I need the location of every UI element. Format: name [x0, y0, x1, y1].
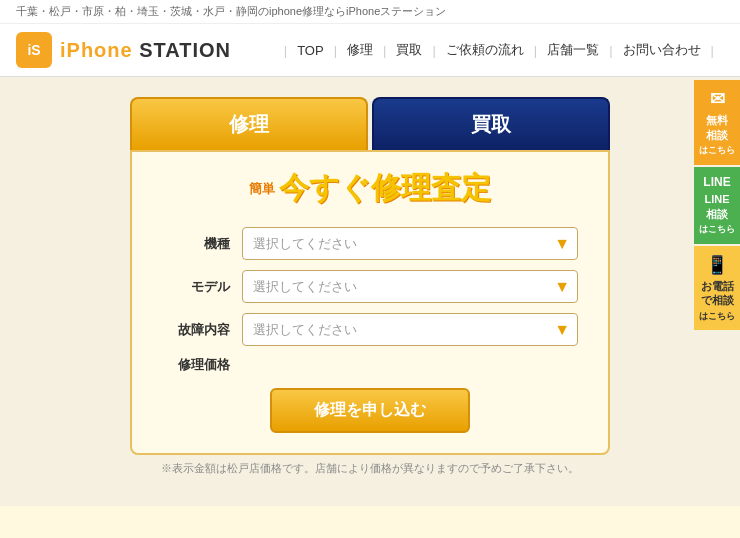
select-fault[interactable]: 選択してください: [242, 313, 578, 346]
sidebar-here-label: はこちら: [699, 145, 735, 155]
nav-divider: |: [284, 43, 287, 58]
main-content: 修理 買取 簡単 今すぐ修理査定 機種 選択してください ▼ モデル: [0, 77, 740, 506]
logo-icon: iS: [16, 32, 52, 68]
tab-repair[interactable]: 修理: [130, 97, 368, 150]
select-model-type[interactable]: 選択してください: [242, 227, 578, 260]
sidebar-phone-button[interactable]: 📱 お電話 で相談 はこちら: [694, 246, 740, 331]
sidebar-line-here: はこちら: [699, 224, 735, 234]
features-section: ここが iPhoneステーションのすごい!!: [0, 506, 740, 538]
sidebar-line-button[interactable]: LINE LINE 相談 はこちら: [694, 167, 740, 244]
price-value: [242, 357, 578, 373]
select-wrapper-fault: 選択してください ▼: [242, 313, 578, 346]
header: iS iPhone iPhone STATIONSTATION | TOP | …: [0, 24, 740, 77]
label-price: 修理価格: [162, 356, 242, 374]
field-price: 修理価格: [162, 356, 578, 374]
breadcrumb-bar: 千葉・松戸・市原・柏・埼玉・茨城・水戸・静岡のiphone修理ならiPhoneス…: [0, 0, 740, 24]
submit-repair-button[interactable]: 修理を申し込む: [270, 388, 470, 433]
form-title-main: 今すぐ修理査定: [279, 168, 491, 209]
nav-divider: |: [534, 43, 537, 58]
price-note: ※表示金額は松戸店価格です。店舗により価格が異なりますので予めご了承下さい。: [130, 461, 610, 476]
phone-icon: 📱: [698, 254, 736, 277]
main-nav: | TOP | 修理 | 買取 | ご依頼の流れ | 店舗一覧 | お問い合わせ…: [274, 41, 724, 59]
sidebar-free-label: 無料: [706, 114, 728, 126]
repair-form-area: 簡単 今すぐ修理査定 機種 選択してください ▼ モデル 選択してください ▼: [130, 150, 610, 455]
sidebar-consult-label: 相談: [706, 129, 728, 141]
form-title-simple: 簡単: [249, 180, 275, 198]
nav-divider: |: [383, 43, 386, 58]
sidebar-free-consult-button[interactable]: ✉ 無料 相談 はこちら: [694, 80, 740, 165]
select-model[interactable]: 選択してください: [242, 270, 578, 303]
sidebar-phone-here: はこちら: [699, 311, 735, 321]
nav-divider: |: [609, 43, 612, 58]
label-model: モデル: [162, 278, 242, 296]
nav-flow[interactable]: ご依頼の流れ: [446, 41, 524, 59]
nav-top[interactable]: TOP: [297, 43, 324, 58]
nav-buy[interactable]: 買取: [396, 41, 422, 59]
sidebar-line-consult: 相談: [706, 208, 728, 220]
nav-divider: |: [432, 43, 435, 58]
breadcrumb-text: 千葉・松戸・市原・柏・埼玉・茨城・水戸・静岡のiphone修理ならiPhoneス…: [16, 5, 446, 17]
line-icon: LINE: [698, 175, 736, 191]
nav-stores[interactable]: 店舗一覧: [547, 41, 599, 59]
tab-container: 修理 買取: [130, 97, 610, 150]
label-model-type: 機種: [162, 235, 242, 253]
sidebar-right: ✉ 無料 相談 はこちら LINE LINE 相談 はこちら 📱 お電話 で相談…: [694, 80, 740, 330]
sidebar-line-label: LINE: [704, 193, 729, 205]
label-fault: 故障内容: [162, 321, 242, 339]
field-model-type: 機種 選択してください ▼: [162, 227, 578, 260]
nav-repair[interactable]: 修理: [347, 41, 373, 59]
form-title-area: 簡単 今すぐ修理査定: [162, 168, 578, 209]
sidebar-phone-consult: で相談: [701, 294, 734, 306]
nav-contact[interactable]: お問い合わせ: [623, 41, 701, 59]
mail-icon: ✉: [698, 88, 736, 111]
tab-buy[interactable]: 買取: [372, 97, 610, 150]
field-model: モデル 選択してください ▼: [162, 270, 578, 303]
nav-divider: |: [711, 43, 714, 58]
field-fault: 故障内容 選択してください ▼: [162, 313, 578, 346]
select-wrapper-model: 選択してください ▼: [242, 270, 578, 303]
nav-divider: |: [334, 43, 337, 58]
select-wrapper-model-type: 選択してください ▼: [242, 227, 578, 260]
logo-text: iPhone iPhone STATIONSTATION: [60, 39, 231, 62]
logo-area: iS iPhone iPhone STATIONSTATION: [16, 32, 231, 68]
sidebar-phone-label: お電話: [701, 280, 734, 292]
